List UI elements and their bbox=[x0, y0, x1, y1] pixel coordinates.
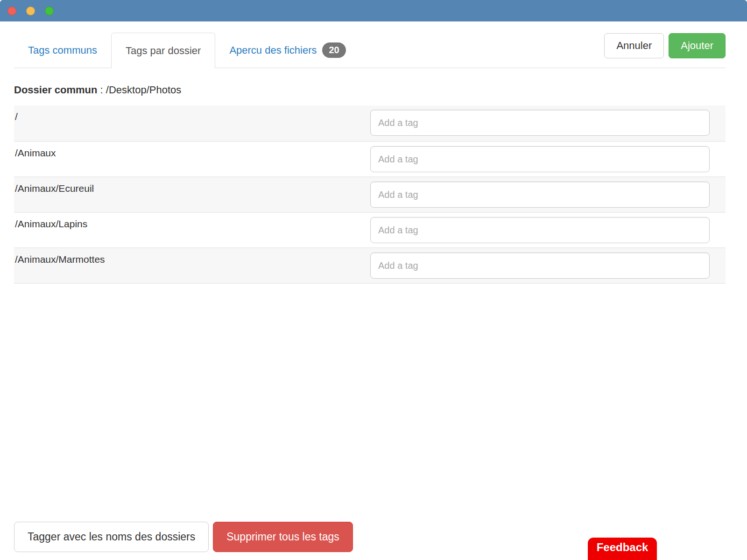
add-tag-input[interactable] bbox=[370, 110, 710, 136]
add-tag-input[interactable] bbox=[370, 146, 710, 172]
folder-path-label: /Animaux/Lapins bbox=[14, 213, 370, 247]
tab-tags-par-dossier-label: Tags par dossier bbox=[126, 45, 201, 57]
table-row: / bbox=[14, 105, 726, 141]
table-row: /Animaux/Ecureuil bbox=[14, 176, 726, 212]
window-titlebar bbox=[0, 0, 747, 21]
tab-tags-communs[interactable]: Tags communs bbox=[14, 33, 111, 68]
zoom-window-button[interactable] bbox=[45, 7, 54, 15]
table-row: /Animaux/Marmottes bbox=[14, 247, 726, 283]
tab-bar: Tags communs Tags par dossier Apercu des… bbox=[14, 33, 726, 68]
common-folder-separator: : bbox=[98, 84, 106, 96]
cancel-button[interactable]: Annuler bbox=[604, 33, 664, 58]
tabbar-spacer bbox=[360, 33, 605, 68]
add-tag-input[interactable] bbox=[370, 252, 710, 279]
header-buttons: Annuler Ajouter bbox=[604, 33, 726, 68]
feedback-button[interactable]: Feedback bbox=[588, 538, 657, 560]
folder-path-label: /Animaux/Ecureuil bbox=[14, 177, 370, 212]
close-window-button[interactable] bbox=[7, 7, 16, 15]
delete-all-tags-button[interactable]: Supprimer tous les tags bbox=[213, 522, 353, 552]
tab-apercu-des-fichiers[interactable]: Apercu des fichiers 20 bbox=[215, 33, 359, 68]
folder-tag-table: / /Animaux /Animaux/Ecureuil /Animaux/La… bbox=[14, 105, 726, 284]
footer-actions: Tagger avec les noms des dossiers Suppri… bbox=[14, 522, 353, 552]
folder-path-label: /Animaux/Marmottes bbox=[14, 248, 370, 283]
add-button[interactable]: Ajouter bbox=[669, 33, 726, 58]
folder-path-label: / bbox=[14, 105, 370, 141]
common-folder-heading: Dossier commun : /Desktop/Photos bbox=[14, 84, 726, 96]
table-row: /Animaux bbox=[14, 141, 726, 176]
table-row: /Animaux/Lapins bbox=[14, 212, 726, 247]
add-tag-input[interactable] bbox=[370, 182, 710, 208]
common-folder-path: /Desktop/Photos bbox=[106, 84, 181, 96]
minimize-window-button[interactable] bbox=[26, 7, 35, 15]
tab-apercu-des-fichiers-label: Apercu des fichiers bbox=[229, 44, 317, 56]
common-folder-label: Dossier commun bbox=[14, 84, 98, 96]
tab-tags-par-dossier[interactable]: Tags par dossier bbox=[111, 33, 215, 68]
add-tag-input[interactable] bbox=[370, 217, 710, 243]
folder-path-label: /Animaux bbox=[14, 142, 370, 176]
file-count-badge: 20 bbox=[322, 42, 345, 58]
tag-with-folder-names-button[interactable]: Tagger avec les noms des dossiers bbox=[14, 522, 209, 552]
